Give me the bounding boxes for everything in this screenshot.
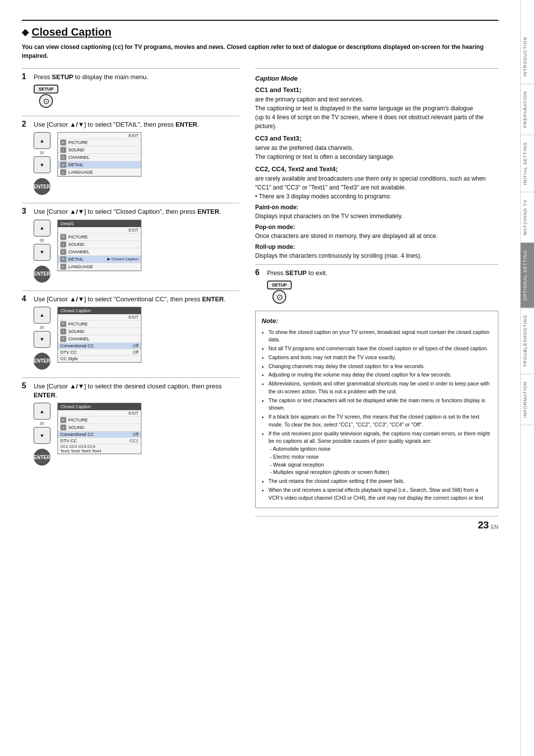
tv-row-conv-cc-4: Conventional CC Off (58, 343, 141, 349)
or-label-4: or (40, 325, 44, 330)
step-1: 1 Press SETUP to display the main menu. … (22, 68, 239, 108)
pop-on-mode: Pop-on mode: Once characters are stored … (255, 223, 498, 240)
step-4-num: 4 (22, 295, 31, 303)
language-icon-3: L (60, 264, 66, 270)
step-3: 3 Use [Cursor ▲/▼] to select "Closed Cap… (22, 203, 239, 282)
cc2-heading: CC2, CC4, Text2 and Text4; (255, 165, 498, 173)
step-1-header: 1 Press SETUP to display the main menu. (22, 73, 239, 82)
tv-row-picture-4: P PICTURE (58, 321, 141, 328)
cc1-heading: CC1 and Text1; (255, 86, 498, 94)
page-title: ◆ Closed Caption (22, 26, 498, 39)
cc1-body: are the primary caption and text service… (255, 95, 498, 131)
title-bullet: ◆ (22, 27, 29, 38)
note-item-5: Adjusting or muting the volume may delay… (268, 371, 492, 379)
tv-row-conv-cc-5: Conventional CC Off (58, 431, 141, 438)
tv-exit-4: EXIT (58, 314, 141, 321)
picture-icon-4: P (60, 321, 66, 327)
step-2-visual: ▲ or ▼ ENTER EXIT P PICTURE (34, 132, 239, 195)
step-3-header: 3 Use [Cursor ▲/▼] to select "Closed Cap… (22, 207, 239, 216)
enter-btn-4: ENTER (34, 353, 50, 370)
step-6-num: 6 (255, 269, 264, 277)
note-item-4: Changing channels may delay the closed c… (268, 363, 492, 371)
tv-row-sound-3: ♪ SOUND (58, 241, 141, 248)
title-text: Closed Caption (32, 26, 111, 39)
tv-row-picture-5: P PICTURE (58, 417, 141, 424)
page-subtitle: You can view closed captioning (cc) for … (22, 43, 498, 60)
step-4: 4 Use [Cursor ▲/▼] to select "Convention… (22, 290, 239, 370)
tv-row-detail-3: D DETAIL ▶ Closed Caption (58, 256, 141, 263)
left-column: 1 Press SETUP to display the main menu. … (22, 68, 239, 736)
up-btn-3: ▲ (34, 220, 50, 236)
tv-row-channel-4: C CHANNEL (58, 335, 141, 343)
tv-exit-3: EXIT (58, 227, 141, 234)
top-rule (22, 20, 498, 21)
step-4-remote: ▲ or ▼ ENTER (34, 307, 50, 370)
tv-header-4: Closed Caption (58, 307, 141, 314)
step-2-header: 2 Use [Cursor ▲/▼] to select "DETAIL", t… (22, 120, 239, 129)
step-3-remote: ▲ or ▼ ENTER (34, 220, 50, 283)
setup-icon-6: ⊙ (272, 290, 286, 304)
note-list: To show the closed caption on your TV sc… (262, 329, 492, 502)
detail-icon-2: D (60, 162, 66, 168)
step-2: 2 Use [Cursor ▲/▼] to select "DETAIL", t… (22, 116, 239, 195)
down-btn-3: ▼ (34, 244, 50, 261)
sound-icon-5: ♪ (60, 425, 66, 430)
tv-row-ccstyle-4: CC Style (58, 356, 141, 362)
tv-exit-5: EXIT (58, 410, 141, 417)
step-3-visual: ▲ or ▼ ENTER Detail1 EXIT (34, 220, 239, 283)
page-number: 23 (478, 520, 489, 531)
cc3-body: serve as the preferred data channels. Th… (255, 143, 498, 161)
right-sidebar: INTRODUCTION PREPARATION INITIAL SETTING… (520, 0, 534, 756)
tv-row-channel-3: C CHANNEL (58, 248, 141, 256)
enter-btn-3: ENTER (34, 266, 50, 283)
step-5-visual: ▲ or ▼ ENTER Closed Caption EXIT (34, 403, 239, 466)
tv-row-detail-2: D DETAIL (58, 161, 141, 169)
note-item-11: When the unit receives a special effects… (268, 486, 492, 502)
step-6: 6 Press SETUP to exit. SETUP ⊙ (255, 264, 498, 304)
setup-label-6: SETUP (267, 281, 292, 289)
step-6-setup-btn: SETUP ⊙ (267, 281, 292, 304)
or-label: or (40, 150, 44, 155)
page-en: EN (491, 524, 498, 530)
caption-mode-title: Caption Mode (255, 75, 498, 82)
tv-row-language-2: L LANGUAGE (58, 169, 141, 176)
step-6-header: 6 Press SETUP to exit. (255, 269, 498, 278)
tv-row-sound-4: ♪ SOUND (58, 328, 141, 335)
caption-mode-section: Caption Mode CC1 and Text1; are the prim… (255, 68, 498, 260)
right-column: Caption Mode CC1 and Text1; are the prim… (255, 68, 498, 736)
subtitle-text: You can view closed captioning (cc) for … (22, 44, 484, 59)
sound-icon-2: ♪ (60, 147, 66, 153)
note-item-9: If the unit receives poor quality televi… (268, 430, 492, 477)
up-btn-5: ▲ (34, 403, 50, 420)
two-col-layout: 1 Press SETUP to display the main menu. … (22, 68, 498, 736)
step-1-text: Press SETUP to display the main menu. (34, 73, 148, 82)
step-3-text: Use [Cursor ▲/▼] to select "Closed Capti… (34, 207, 221, 216)
sidebar-information: INFORMATION (521, 375, 534, 425)
note-item-1: To show the closed caption on your TV sc… (268, 329, 492, 344)
language-icon-2: L (60, 169, 66, 175)
step-2-text: Use [Cursor ▲/▼] to select "DETAIL", the… (34, 120, 199, 129)
tv-exit-2: EXIT (58, 133, 141, 139)
step-6-text: Press SETUP to exit. (267, 269, 327, 278)
enter-btn: ENTER (34, 178, 50, 195)
down-btn: ▼ (34, 156, 50, 173)
channel-icon-4: C (60, 336, 66, 342)
or-label-3: or (40, 237, 44, 243)
tv-row-sound-2: ♪ SOUND (58, 146, 141, 154)
sound-icon-3: ♪ (60, 241, 66, 247)
note-item-3: Captions and texts may not match the TV … (268, 354, 492, 362)
step-1-setup-btn: SETUP ⊙ (34, 85, 58, 108)
step-1-num: 1 (22, 73, 31, 81)
picture-icon-2: P (60, 140, 66, 145)
tv-row-language-3: L LANGUAGE (58, 263, 141, 271)
cc-values-list: CC1 CC2 CC3 CC4Text1 Text2 Text3 Text4 (58, 444, 141, 454)
down-btn-5: ▼ (34, 427, 50, 444)
note-box: Note: To show the closed caption on your… (255, 311, 498, 508)
roll-up-mode: Roll-up mode: Displays the characters co… (255, 242, 498, 260)
step-5-text: Use [Cursor ▲/▼] to select the desired c… (34, 382, 239, 400)
step-2-remote: ▲ or ▼ ENTER (34, 132, 50, 195)
picture-icon-3: P (60, 234, 66, 240)
enter-btn-5: ENTER (34, 449, 50, 466)
note-item-2: Not all TV programs and commercials have… (268, 345, 492, 353)
sidebar-preparation: PREPARATION (521, 84, 534, 135)
